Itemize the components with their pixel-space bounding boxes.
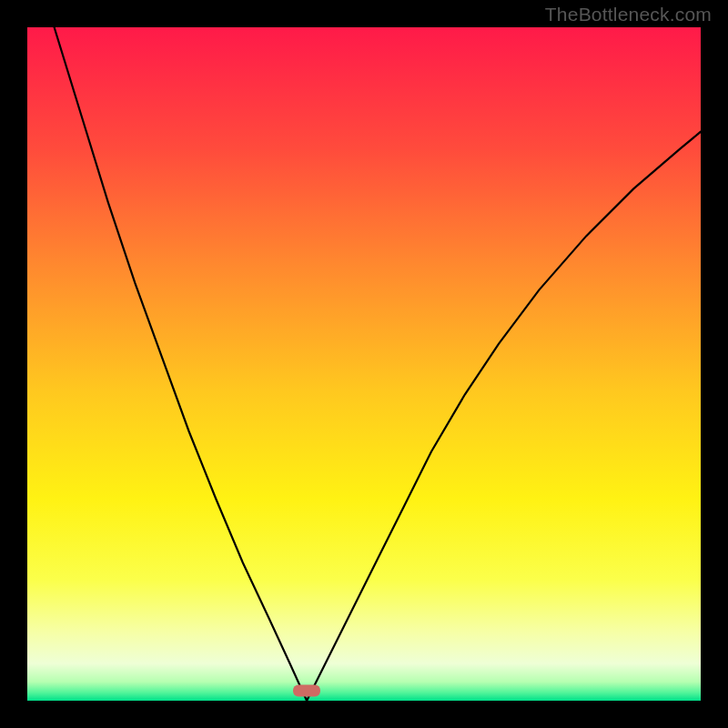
- watermark-text: TheBottleneck.com: [545, 4, 712, 25]
- curve-right-branch: [307, 132, 701, 701]
- chart-frame: TheBottleneck.com: [0, 0, 728, 728]
- bottleneck-curve: [27, 27, 701, 701]
- curve-left-branch: [55, 27, 308, 701]
- plot-area: [27, 27, 701, 701]
- optimum-marker: [293, 684, 320, 696]
